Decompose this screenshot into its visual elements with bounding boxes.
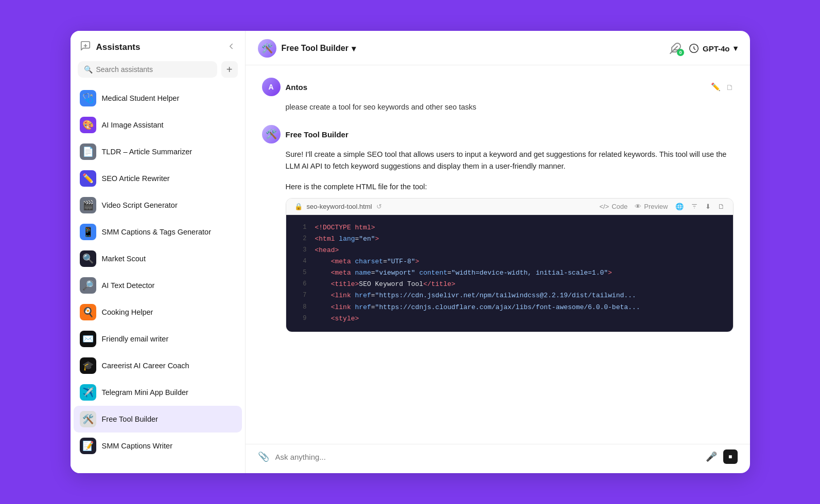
- sidebar-item-smm-captions-tags[interactable]: 📱SMM Captions & Tags Generator: [74, 219, 242, 245]
- sidebar-item-icon-careerist-ai-career-coach: 🎓: [80, 357, 96, 374]
- sidebar-item-telegram-mini-app-builder[interactable]: ✈️Telegram Mini App Builder: [74, 379, 242, 406]
- sidebar-item-icon-seo-article-rewriter: ✏️: [80, 170, 96, 187]
- code-body: 1<!DOCTYPE html> 2<html lang="en"> 3<hea…: [286, 215, 733, 332]
- model-chevron-icon: ▾: [734, 44, 738, 53]
- lock-icon: 🔒: [294, 203, 303, 210]
- chat-plus-icon[interactable]: [80, 40, 91, 54]
- user-name: Antos: [286, 83, 308, 92]
- user-avatar: A: [262, 78, 281, 96]
- sidebar-item-label-video-script-generator: Video Script Generator: [102, 201, 178, 209]
- sidebar-item-medical-student-helper[interactable]: 🩺Medical Student Helper: [74, 85, 242, 112]
- sidebar-item-icon-telegram-mini-app-builder: ✈️: [80, 384, 96, 401]
- user-message: A Antos ✏️ 🗋 please create a tool for se…: [262, 78, 734, 113]
- search-row: 🔍 +: [71, 61, 245, 85]
- sidebar-item-label-medical-student-helper: Medical Student Helper: [102, 94, 180, 102]
- sidebar-list: 🩺Medical Student Helper🎨AI Image Assista…: [71, 85, 245, 464]
- sidebar-item-icon-smm-captions-tags: 📱: [80, 224, 96, 240]
- top-bar: 🛠️ Free Tool Builder ▾ 0: [246, 31, 750, 65]
- sidebar-item-label-careerist-ai-career-coach: Careerist AI Career Coach: [102, 362, 189, 370]
- message-input[interactable]: [275, 453, 700, 461]
- code-filename: seo-keyword-tool.html: [307, 203, 372, 210]
- sidebar-item-icon-friendly-email-writer: ✉️: [80, 331, 96, 347]
- sidebar-item-video-script-generator[interactable]: 🎬Video Script Generator: [74, 192, 242, 219]
- sidebar-item-icon-medical-student-helper: 🩺: [80, 90, 96, 106]
- model-name-label: GPT-4o: [703, 44, 730, 53]
- sidebar-collapse-icon[interactable]: [226, 42, 236, 53]
- assistant-avatar: 🛠️: [262, 125, 281, 143]
- sidebar-item-label-cooking-helper: Cooking Helper: [102, 308, 153, 316]
- sidebar-item-icon-cooking-helper: 🍳: [80, 304, 96, 320]
- code-container: 🔒 seo-keyword-tool.html ↺ </> Code 👁: [286, 198, 734, 332]
- search-input[interactable]: [96, 65, 211, 74]
- sidebar-item-ai-image-assistant[interactable]: 🎨AI Image Assistant: [74, 112, 242, 138]
- search-icon: 🔍: [84, 65, 93, 74]
- filter-button[interactable]: [691, 203, 698, 210]
- topbar-assistant-avatar: 🛠️: [258, 39, 276, 58]
- user-message-actions: ✏️ 🗋: [711, 82, 734, 92]
- sidebar-item-label-tldr-article-summarizer: TLDR – Article Summarizer: [102, 148, 193, 156]
- download-button[interactable]: ⬇: [705, 203, 711, 210]
- sidebar-item-label-friendly-email-writer: Friendly email writer: [102, 335, 169, 343]
- preview-button[interactable]: 👁 Preview: [635, 203, 668, 210]
- microphone-button[interactable]: 🎤: [706, 451, 717, 462]
- sidebar-item-icon-free-tool-builder: 🛠️: [80, 411, 96, 427]
- assistant-name-button[interactable]: Free Tool Builder ▾: [282, 44, 356, 53]
- assistant-chevron-icon: ▾: [352, 44, 356, 53]
- sidebar-header: Assistants: [71, 40, 245, 61]
- assistant-message-header: 🛠️ Free Tool Builder: [262, 125, 734, 143]
- sidebar-item-icon-market-scout: 🔍: [80, 250, 96, 267]
- sidebar-item-label-smm-captions-writer: SMM Captions Writer: [102, 442, 173, 450]
- sidebar-item-ai-text-detector[interactable]: 🔎AI Text Detector: [74, 272, 242, 299]
- assistant-name-label: Free Tool Builder: [282, 44, 348, 53]
- plugin-badge: 0: [677, 49, 684, 56]
- sidebar-item-icon-ai-image-assistant: 🎨: [80, 117, 96, 133]
- main-content: 🛠️ Free Tool Builder ▾ 0: [246, 31, 750, 473]
- eye-icon: 👁: [635, 203, 641, 210]
- reload-icon[interactable]: ↺: [376, 203, 382, 210]
- search-box[interactable]: 🔍: [78, 61, 217, 78]
- sidebar-item-label-free-tool-builder: Free Tool Builder: [102, 415, 158, 423]
- sidebar-item-cooking-helper[interactable]: 🍳Cooking Helper: [74, 299, 242, 326]
- assistant-file-label: Here is the complete HTML file for the t…: [286, 181, 734, 192]
- sidebar-item-friendly-email-writer[interactable]: ✉️Friendly email writer: [74, 326, 242, 352]
- model-selector-button[interactable]: GPT-4o ▾: [689, 43, 738, 53]
- assistant-message-intro: Sure! I'll create a simple SEO tool that…: [286, 149, 734, 172]
- code-icon: </>: [599, 203, 609, 210]
- sidebar-item-tldr-article-summarizer[interactable]: 📄TLDR – Article Summarizer: [74, 138, 242, 165]
- sidebar-item-smm-captions-writer[interactable]: 📝SMM Captions Writer: [74, 433, 242, 459]
- sidebar-item-free-tool-builder[interactable]: 🛠️Free Tool Builder: [74, 406, 242, 433]
- sidebar-item-label-smm-captions-tags: SMM Captions & Tags Generator: [102, 228, 212, 236]
- attach-button[interactable]: 📎: [258, 451, 269, 462]
- sidebar-item-icon-smm-captions-writer: 📝: [80, 438, 96, 454]
- sidebar-item-label-market-scout: Market Scout: [102, 255, 146, 263]
- copy-code-button[interactable]: 🗋: [718, 203, 725, 210]
- user-message-text: please create a tool for seo keywords an…: [286, 101, 734, 113]
- sidebar-item-label-telegram-mini-app-builder: Telegram Mini App Builder: [102, 388, 188, 397]
- code-view-button[interactable]: </> Code: [599, 203, 627, 210]
- sidebar: Assistants 🔍 + 🩺Medical Student Helper🎨A…: [71, 31, 246, 473]
- sidebar-item-icon-tldr-article-summarizer: 📄: [80, 143, 96, 160]
- copy-message-button[interactable]: 🗋: [726, 82, 734, 92]
- add-assistant-button[interactable]: +: [221, 61, 238, 78]
- globe-icon-button[interactable]: 🌐: [675, 203, 684, 210]
- chat-area: A Antos ✏️ 🗋 please create a tool for se…: [246, 65, 750, 444]
- sidebar-item-seo-article-rewriter[interactable]: ✏️SEO Article Rewriter: [74, 165, 242, 192]
- sidebar-item-label-seo-article-rewriter: SEO Article Rewriter: [102, 174, 170, 183]
- user-message-header: A Antos ✏️ 🗋: [262, 78, 734, 96]
- sidebar-item-market-scout[interactable]: 🔍Market Scout: [74, 245, 242, 272]
- plugin-button[interactable]: 0: [669, 42, 682, 55]
- sidebar-title: Assistants: [96, 42, 141, 52]
- input-bar: 📎 🎤 ■: [246, 444, 750, 473]
- sidebar-item-label-ai-text-detector: AI Text Detector: [102, 281, 155, 290]
- sidebar-item-label-ai-image-assistant: AI Image Assistant: [102, 121, 164, 129]
- sidebar-item-careerist-ai-career-coach[interactable]: 🎓Careerist AI Career Coach: [74, 352, 242, 379]
- edit-message-button[interactable]: ✏️: [711, 82, 721, 92]
- code-toolbar: 🔒 seo-keyword-tool.html ↺ </> Code 👁: [286, 199, 733, 215]
- stop-button[interactable]: ■: [723, 449, 738, 464]
- sidebar-item-icon-video-script-generator: 🎬: [80, 197, 96, 213]
- assistant-name: Free Tool Builder: [286, 130, 348, 139]
- sidebar-item-icon-ai-text-detector: 🔎: [80, 277, 96, 294]
- assistant-message: 🛠️ Free Tool Builder Sure! I'll create a…: [262, 125, 734, 332]
